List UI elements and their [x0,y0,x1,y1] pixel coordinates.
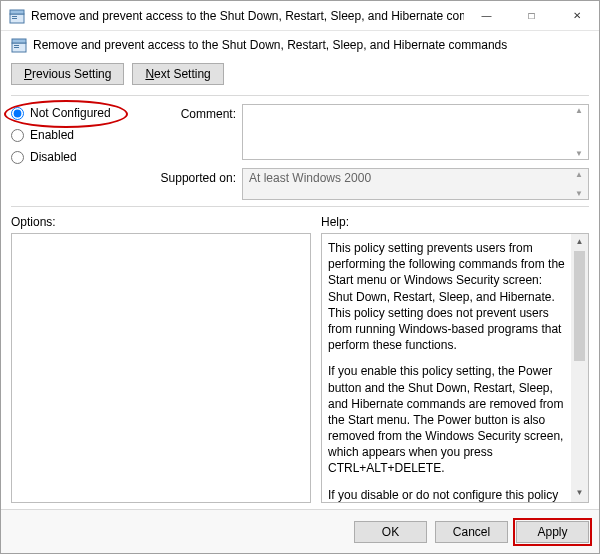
cancel-button[interactable]: Cancel [435,521,508,543]
comment-label: Comment: [151,104,236,121]
radio-enabled[interactable]: Enabled [11,128,141,142]
options-label: Options: [11,215,311,229]
minimize-button[interactable]: — [464,2,509,30]
radio-label: Not Configured [30,106,111,120]
help-text: This policy setting prevents users from … [328,240,568,353]
options-panel [11,233,311,503]
scrollbar-icon[interactable]: ▲▼ [571,106,587,158]
scroll-track[interactable] [571,361,588,485]
svg-rect-3 [12,18,17,19]
scroll-up-icon[interactable]: ▲ [571,234,588,251]
svg-rect-7 [14,47,19,48]
supported-on-label: Supported on: [151,168,236,185]
maximize-button[interactable]: □ [509,2,554,30]
radio-enabled-input[interactable] [11,129,24,142]
scroll-thumb[interactable] [574,251,585,361]
ok-button[interactable]: OK [354,521,427,543]
radio-not-configured-input[interactable] [11,107,24,120]
svg-rect-5 [12,39,26,43]
comment-field[interactable]: ▲▼ [242,104,589,160]
radio-disabled-input[interactable] [11,151,24,164]
radio-disabled[interactable]: Disabled [11,150,141,164]
policy-editor-window: Remove and prevent access to the Shut Do… [0,0,600,554]
supported-on-field: At least Windows 2000 ▲▼ [242,168,589,200]
apply-button[interactable]: Apply [516,521,589,543]
nav-row: Previous Setting Next Setting [1,59,599,95]
help-text: If you enable this policy setting, the P… [328,363,568,476]
svg-rect-1 [10,10,24,14]
next-setting-button[interactable]: Next Setting [132,63,223,85]
help-panel: This policy setting prevents users from … [321,233,589,503]
help-scrollbar[interactable]: ▲ ▼ [571,234,588,502]
help-label: Help: [321,215,589,229]
scrollbar-icon: ▲▼ [571,170,587,198]
previous-setting-button[interactable]: Previous Setting [11,63,124,85]
state-radios: Not Configured Enabled Disabled [11,104,141,200]
config-area: Not Configured Enabled Disabled Comment:… [1,96,599,206]
svg-rect-6 [14,45,19,46]
radio-label: Disabled [30,150,77,164]
header-row: Remove and prevent access to the Shut Do… [1,31,599,59]
scroll-down-icon[interactable]: ▼ [571,485,588,502]
window-title: Remove and prevent access to the Shut Do… [31,9,464,23]
close-button[interactable]: ✕ [554,2,599,30]
footer: OK Cancel Apply [1,509,599,553]
policy-icon [11,37,27,53]
radio-label: Enabled [30,128,74,142]
help-text: If you disable or do not configure this … [328,487,568,503]
policy-name: Remove and prevent access to the Shut Do… [33,38,507,52]
policy-icon [9,8,25,24]
titlebar: Remove and prevent access to the Shut Do… [1,1,599,31]
svg-rect-2 [12,16,17,17]
lower-area: Options: Help: This policy setting preve… [1,207,599,509]
radio-not-configured[interactable]: Not Configured [11,106,141,120]
